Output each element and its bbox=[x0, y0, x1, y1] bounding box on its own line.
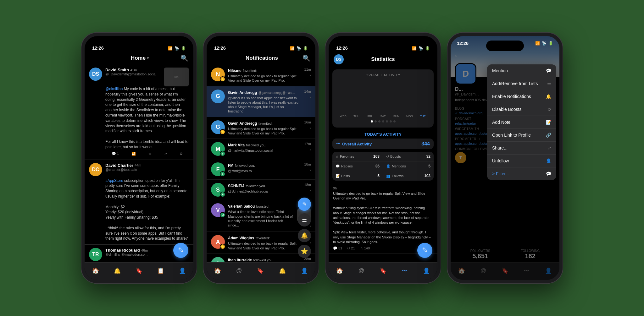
tab-mention-3[interactable]: @ bbox=[358, 267, 364, 274]
tab-stats-3[interactable]: 〜 bbox=[402, 267, 408, 275]
post-username[interactable]: David Smith bbox=[105, 68, 129, 72]
context-item-filter[interactable]: > Filter... 💬 bbox=[487, 167, 556, 180]
chevron-icon: › bbox=[309, 95, 311, 100]
compose-float-btn[interactable]: ✎ bbox=[298, 198, 311, 211]
context-item-disable-boosts[interactable]: Disable Boosts ↺ bbox=[487, 103, 556, 116]
list-icon: 📋 bbox=[157, 267, 164, 274]
post-mention-link[interactable]: @dimillian bbox=[105, 87, 123, 91]
notif-text: What a time to love indie apps. Third Ma… bbox=[228, 210, 294, 227]
search-icon-notif[interactable]: 🔍 bbox=[303, 54, 310, 62]
stats-cell-posts: 📝 Posts 5 bbox=[332, 171, 383, 181]
notif-right: 18m › bbox=[304, 162, 311, 172]
phone-notifications: 12:26 📶 📡 🔋 Notifications 🔍 N bbox=[203, 32, 319, 284]
activity-float-btn[interactable]: ⭐ bbox=[298, 245, 311, 258]
tab-notif-icon[interactable]: 🔔 bbox=[279, 267, 286, 274]
notif-username: Valerian Saliou bbox=[228, 204, 255, 209]
reply-action[interactable]: 💬 1 bbox=[112, 152, 119, 156]
post-username[interactable]: David Chartier bbox=[105, 163, 133, 168]
post-meta: David Smith 41m @_Davidsmith@mastodon.so… bbox=[105, 68, 156, 76]
filter-float-btn[interactable]: ☰ bbox=[298, 213, 311, 226]
notification-item[interactable]: G Gavin Anderegg @gavinanderegg@mast... … bbox=[207, 86, 315, 117]
signal-icon-1: 📶 bbox=[168, 46, 173, 51]
notif-right: 16m › bbox=[304, 120, 311, 130]
notif-content: SCHNEIJ followed you. @Schneij@techhub.s… bbox=[228, 183, 301, 193]
chart-day-mon: MON bbox=[404, 113, 415, 118]
context-item-open-link[interactable]: Open Link to Profile 🔗 bbox=[487, 129, 556, 142]
phone-profile: 12:26 📶 📡 🔋 ‹ D D... @_Davidsm... Indepe… bbox=[447, 32, 563, 284]
status-time-1: 12:26 bbox=[92, 45, 104, 51]
today-activity-link[interactable]: TODAY'S ACTIVITY bbox=[329, 130, 437, 139]
tab-profile[interactable]: 👤 bbox=[179, 267, 186, 274]
context-item-lists[interactable]: Add/Remove from Lists ☰ bbox=[487, 77, 556, 90]
phone-home: 12:26 📶 📡 🔋 Home ▾ 🔍 bbox=[81, 32, 197, 284]
context-item-share[interactable]: Share... ↗ bbox=[487, 142, 556, 155]
chevron-icon: › bbox=[309, 125, 311, 130]
share-label: Share... bbox=[492, 145, 508, 150]
status-icons-1: 📶 📡 🔋 bbox=[168, 46, 186, 51]
chevron-icon: › bbox=[309, 73, 311, 78]
tab-bookmark-icon[interactable]: 🔖 bbox=[257, 267, 264, 274]
mention-label: Mention bbox=[492, 68, 508, 73]
wifi-icon-2: 📡 bbox=[297, 46, 301, 51]
context-item-mention[interactable]: Mention 💬 bbox=[487, 64, 556, 77]
notification-item[interactable]: G ⭐ Gavin Anderegg favorited: Ultimately… bbox=[207, 117, 315, 139]
notif-username: FM bbox=[228, 163, 233, 168]
signal-icon-3: 📶 bbox=[412, 46, 417, 51]
notification-item[interactable]: M + Mark Vita followed you. @markvita@ma… bbox=[207, 139, 315, 159]
tab-profile-icon-2[interactable]: 👤 bbox=[301, 267, 308, 274]
search-icon-home[interactable]: 🔍 bbox=[180, 54, 188, 62]
post-name-row: David Chartier 44m bbox=[105, 163, 189, 168]
add-note-label: Add Note bbox=[492, 120, 510, 125]
post-excerpt-time: 9h bbox=[333, 186, 337, 190]
compose-fab-stats[interactable]: ✎ bbox=[417, 243, 432, 258]
notification-item[interactable]: F + FM followed you. @zfmi@mas.to 18m › bbox=[207, 159, 315, 180]
tab-profile-3[interactable]: 👤 bbox=[423, 267, 430, 274]
notif-type-badge: ↺ bbox=[220, 212, 225, 218]
notif-action: followed you. bbox=[246, 143, 266, 147]
mention-float-btn[interactable]: 🔔 bbox=[298, 229, 311, 242]
status-icons-4: 📶 📡 🔋 bbox=[535, 41, 553, 46]
context-item-add-note[interactable]: Add Note 📝 bbox=[487, 116, 556, 129]
notif-avatar: F + bbox=[211, 162, 225, 176]
follows-label: 👥 Follows bbox=[386, 174, 403, 178]
notif-text: Ultimately decided to go back to regular… bbox=[228, 74, 301, 83]
posts-label: 📝 Posts bbox=[336, 174, 350, 178]
dot bbox=[382, 120, 384, 123]
tab-bookmarks[interactable]: 🔖 bbox=[136, 267, 142, 274]
notif-username: Mark Vita bbox=[228, 143, 245, 147]
tab-bar-3: 🏠 @ 🔖 〜 👤 bbox=[329, 262, 437, 280]
tab-explore[interactable]: 📋 bbox=[157, 267, 164, 274]
stats-cell-follows: 👥 Follows 103 bbox=[383, 171, 434, 181]
notification-item[interactable]: S + SCHNEIJ followed you. @Schneij@techh… bbox=[207, 180, 315, 200]
tab-home-3[interactable]: 🏠 bbox=[336, 267, 343, 274]
dot bbox=[386, 120, 388, 123]
share-action[interactable]: ↗ bbox=[164, 152, 167, 156]
notif-action: followed you. bbox=[246, 184, 266, 188]
notif-action: favorited: bbox=[258, 122, 273, 125]
context-menu: Mention 💬 Add/Remove from Lists ☰ Enable… bbox=[487, 64, 556, 180]
context-item-unfollow[interactable]: Unfollow 👤 bbox=[487, 155, 556, 167]
notification-item[interactable]: N ⭐ Niléane favorited: Ultimately decide… bbox=[207, 64, 315, 86]
tab-notifications[interactable]: 🔔 bbox=[114, 267, 121, 274]
settings-action[interactable]: ⚙ bbox=[180, 152, 183, 156]
compose-button[interactable]: ✎ bbox=[173, 243, 188, 258]
mention-icon: 👤 bbox=[386, 164, 391, 168]
home-feed: DS David Smith 41m @_Davidsmith@mastodon… bbox=[85, 64, 193, 262]
chart-day-tue: TUE bbox=[417, 113, 429, 118]
activity-wave-icon: 〜 bbox=[336, 141, 340, 147]
notif-title: Notifications bbox=[246, 55, 278, 61]
context-item-enable-notif[interactable]: Enable Notifications 🔔 bbox=[487, 90, 556, 103]
post-hashtag-link[interactable]: #AppStore bbox=[105, 178, 123, 183]
favorite-action[interactable]: ☆ bbox=[148, 152, 152, 156]
tab-home-icon[interactable]: 🏠 bbox=[214, 267, 221, 274]
profile-icon: 👤 bbox=[179, 267, 186, 274]
post-username[interactable]: Thomas Ricouard bbox=[105, 248, 140, 253]
tab-bookmark-3[interactable]: 🔖 bbox=[380, 267, 386, 274]
favorites-label: ☆ Favorites bbox=[336, 155, 354, 159]
tab-mention-icon[interactable]: @ bbox=[236, 267, 242, 274]
profile-mini-avatar[interactable]: DS bbox=[334, 54, 344, 64]
float-menu: ✎ ☰ 🔔 ⭐ bbox=[298, 198, 311, 258]
home-title[interactable]: Home ▾ bbox=[131, 55, 149, 61]
tab-home[interactable]: 🏠 bbox=[92, 267, 99, 274]
boost-action[interactable]: 🔁 bbox=[131, 152, 136, 156]
